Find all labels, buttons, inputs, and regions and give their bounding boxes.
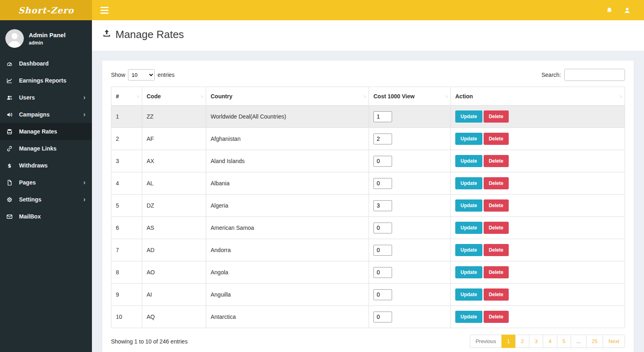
column-header-number[interactable]: # ↑↓ (111, 87, 142, 106)
row-number: 7 (111, 239, 142, 261)
sidebar-item-users[interactable]: Users› (0, 89, 92, 106)
column-label: Code (147, 93, 161, 100)
delete-button[interactable]: Delete (484, 311, 509, 323)
action-cell: UpdateDelete (451, 239, 625, 261)
country-name: Andorra (206, 239, 369, 261)
column-header-cost[interactable]: Cost 1000 View ↑↓ (369, 87, 451, 106)
logo[interactable]: Short-Zero (0, 0, 92, 20)
delete-button[interactable]: Delete (484, 155, 509, 167)
cost-cell (369, 195, 451, 217)
cost-input[interactable] (373, 156, 392, 167)
cost-input[interactable] (373, 245, 392, 256)
cost-input[interactable] (373, 200, 392, 211)
sidebar-item-mailbox[interactable]: MailBox (0, 208, 92, 225)
delete-button[interactable]: Delete (484, 110, 509, 123)
country-name: Aland Islands (206, 150, 369, 172)
sort-icon: ↑↓ (445, 94, 448, 98)
update-button[interactable]: Update (455, 155, 482, 167)
delete-button[interactable]: Delete (484, 288, 509, 301)
update-button[interactable]: Update (455, 311, 482, 323)
rates-card: Show 10 entries Search: # ↑ (102, 61, 634, 352)
pagination-5[interactable]: 5 (557, 335, 571, 348)
sort-icon: ↑↓ (200, 94, 203, 98)
show-entries: Show 10 entries (111, 69, 175, 81)
chevron-right-icon: › (83, 179, 85, 186)
country-name: Antarctica (206, 306, 369, 328)
table-row: 2AFAfghanistanUpdateDelete (111, 128, 625, 150)
profile: Admin Panel admin (0, 20, 92, 55)
row-number: 2 (111, 128, 142, 150)
menu-icon[interactable] (95, 0, 114, 20)
pagination-25[interactable]: 25 (586, 335, 603, 348)
country-name: Worldwide Deal(All Countries) (206, 106, 369, 128)
delete-button[interactable]: Delete (484, 222, 509, 234)
entries-info: Showing 1 to 10 of 246 entries (111, 338, 188, 345)
cost-cell (369, 284, 451, 306)
country-name: American Samoa (206, 217, 369, 239)
update-button[interactable]: Update (455, 133, 482, 145)
update-button[interactable]: Update (455, 199, 482, 212)
sidebar-item-manage-links[interactable]: Manage Links (0, 140, 92, 157)
cost-input[interactable] (373, 111, 392, 122)
bullhorn-icon (6, 112, 16, 118)
delete-button[interactable]: Delete (484, 266, 509, 278)
pagination-1[interactable]: 1 (501, 335, 516, 348)
table-row: 1ZZWorldwide Deal(All Countries)UpdateDe… (111, 106, 625, 128)
bell-icon[interactable] (602, 0, 616, 20)
svg-text:$: $ (8, 163, 11, 169)
cost-input[interactable] (373, 134, 392, 144)
delete-button[interactable]: Delete (484, 199, 509, 212)
table-header-row: # ↑↓ Code ↑↓ Country ↑↓ Cost 1000 View (111, 87, 625, 106)
column-header-code[interactable]: Code ↑↓ (142, 87, 206, 106)
sidebar-item-label: Withdraws (19, 162, 48, 169)
sort-icon: ↑↓ (363, 94, 366, 98)
update-button[interactable]: Update (455, 222, 482, 234)
cost-cell (369, 128, 451, 150)
cost-cell (369, 150, 451, 172)
entries-label: entries (158, 72, 175, 78)
user-icon[interactable] (620, 0, 634, 20)
delete-button[interactable]: Delete (484, 133, 509, 145)
pagination-2[interactable]: 2 (515, 335, 529, 348)
delete-button[interactable]: Delete (484, 177, 509, 189)
column-header-action[interactable]: Action ↑↓ (451, 87, 625, 106)
pagination-4[interactable]: 4 (543, 335, 557, 348)
cost-input[interactable] (373, 289, 392, 300)
sidebar-item-manage-rates[interactable]: Manage Rates (0, 123, 92, 140)
update-button[interactable]: Update (455, 288, 482, 301)
pagination-previous[interactable]: Previous (470, 335, 502, 348)
sidebar-item-settings[interactable]: Settings› (0, 191, 92, 208)
show-label: Show (111, 72, 125, 78)
profile-role: admin (29, 40, 66, 46)
update-button[interactable]: Update (455, 177, 482, 189)
update-button[interactable]: Update (455, 110, 482, 123)
search-input[interactable] (564, 69, 625, 81)
profile-name: Admin Panel (29, 32, 66, 38)
cost-cell (369, 261, 451, 284)
country-code: AD (142, 239, 206, 261)
update-button[interactable]: Update (455, 244, 482, 256)
table-footer: Showing 1 to 10 of 246 entries Previous1… (111, 335, 625, 348)
pagination-next[interactable]: Next (603, 335, 625, 348)
logo-text: Short-Zero (18, 5, 74, 15)
row-number: 10 (111, 306, 142, 328)
sidebar-item-earnings-reports[interactable]: Earnings Reports (0, 72, 92, 89)
sidebar-item-dashboard[interactable]: Dashboard (0, 55, 92, 72)
cost-input[interactable] (373, 267, 392, 278)
sidebar-item-withdraws[interactable]: $Withdraws (0, 157, 92, 174)
update-button[interactable]: Update (455, 266, 482, 278)
sidebar-item-campaigns[interactable]: Campaigns› (0, 106, 92, 123)
pagination-3[interactable]: 3 (529, 335, 543, 348)
cost-input[interactable] (373, 223, 392, 233)
cost-input[interactable] (373, 312, 392, 322)
delete-button[interactable]: Delete (484, 244, 509, 256)
link-icon (6, 146, 16, 152)
column-header-country[interactable]: Country ↑↓ (206, 87, 369, 106)
main-content: Manage Rates Show 10 entries Search: (92, 20, 644, 352)
action-cell: UpdateDelete (451, 284, 625, 306)
sidebar-item-label: Pages (19, 179, 36, 186)
sidebar-item-pages[interactable]: Pages› (0, 174, 92, 191)
table-row: 8AOAngolaUpdateDelete (111, 261, 625, 284)
entries-select[interactable]: 10 (128, 69, 155, 81)
cost-input[interactable] (373, 178, 392, 189)
